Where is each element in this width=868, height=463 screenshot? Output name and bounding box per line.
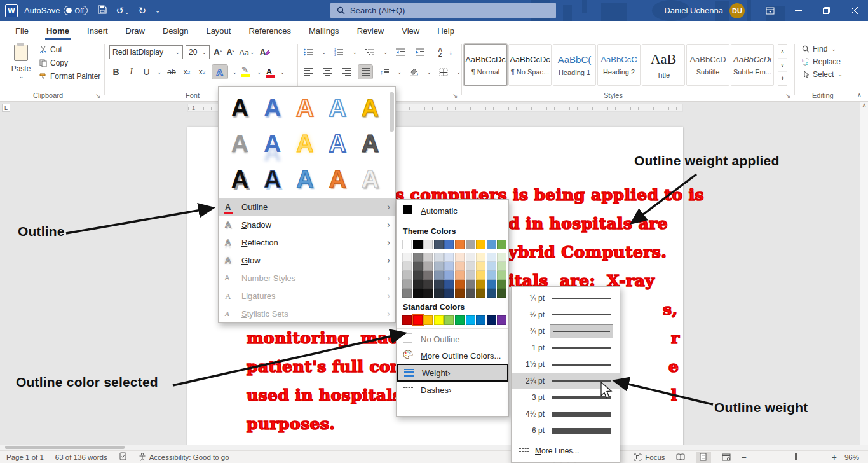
color-variant-swatch[interactable] [423,262,433,271]
shading-dropdown-icon[interactable]: ⌄ [427,69,432,75]
subscript-button[interactable]: x2 [182,67,193,76]
color-variant-swatch[interactable] [434,262,444,271]
numbering-dropdown-icon[interactable]: ⌄ [353,49,358,55]
color-variant-swatch[interactable] [466,253,475,262]
ribbon-tab[interactable]: Home [37,21,78,40]
standard-color-swatch[interactable] [476,315,485,325]
text-effect-swatch[interactable]: A [322,127,354,161]
color-variant-swatch[interactable] [466,271,475,280]
align-center-button[interactable] [320,65,334,79]
find-button[interactable]: Find⌄ [802,45,843,53]
standard-color-swatch[interactable] [402,315,412,325]
style-item[interactable]: AaBbCcDSubtitle [686,44,729,86]
color-variant-swatch[interactable] [413,253,423,262]
color-variant-swatch[interactable] [455,253,465,262]
paste-button[interactable]: Paste ⌄ [6,45,36,90]
color-swatch[interactable] [476,240,485,249]
weight-option[interactable]: 1½ pt [512,356,620,373]
color-variant-swatch[interactable] [476,289,485,298]
style-item[interactable]: AaBTitle [642,44,685,86]
numbered-list-button[interactable]: 123 [332,45,346,59]
align-left-button[interactable] [301,65,315,79]
color-swatch[interactable] [413,240,423,249]
color-variant-swatch[interactable] [497,271,506,280]
color-variant-swatch[interactable] [413,262,423,271]
sort-button[interactable]: AZ [433,45,447,59]
color-variant-swatch[interactable] [497,289,506,298]
underline-dropdown-icon[interactable]: ⌄ [157,69,162,75]
color-variant-swatch[interactable] [497,253,506,262]
standard-color-swatch[interactable] [487,315,496,325]
print-layout-button[interactable] [696,452,711,463]
gallery-scrollbar[interactable] [390,92,394,132]
color-variant-swatch[interactable] [497,262,506,271]
menu-item[interactable]: AShadow› [219,216,395,233]
line-spacing-button[interactable]: ↕ [377,65,391,79]
restore-button[interactable] [812,0,840,21]
menu-item[interactable]: ALigatures› [219,287,395,305]
menu-item[interactable]: ANumber Styles› [219,269,395,287]
color-variant-swatch[interactable] [434,280,444,289]
color-variant-swatch[interactable] [476,280,485,289]
vertical-scrollbar[interactable]: ∧ [860,102,868,450]
color-variant-swatch[interactable] [444,253,454,262]
standard-color-swatch[interactable] [434,315,444,325]
grow-font-button[interactable]: Aˆ [214,47,222,57]
page-count[interactable]: Page 1 of 1 [6,453,44,461]
undo-icon[interactable]: ↺⌄ [116,5,129,17]
color-variant-swatch[interactable] [423,253,433,262]
ribbon-tab[interactable]: Mailings [300,21,348,40]
color-variant-swatch[interactable] [455,262,465,271]
color-variant-swatch[interactable] [466,289,475,298]
color-variant-swatch[interactable] [476,253,485,262]
paste-dropdown-icon[interactable]: ⌄ [19,73,24,79]
word-count[interactable]: 63 of 136 words [55,453,107,461]
color-variant-swatch[interactable] [402,262,412,271]
tab-stop-selector[interactable]: L [2,104,10,112]
color-variant-swatch[interactable] [487,280,496,289]
color-variant-swatch[interactable] [413,280,423,289]
color-variant-swatch[interactable] [413,289,423,298]
color-variant-swatch[interactable] [444,262,454,271]
color-variant-swatch[interactable] [466,262,475,271]
accessibility-status[interactable]: Accessibility: Good to go [139,453,229,461]
ribbon-display-options-icon[interactable] [756,0,784,21]
text-effect-swatch[interactable]: A [224,127,256,161]
zoom-slider[interactable] [754,457,824,458]
weight-option[interactable]: 2¼ pt [512,373,620,389]
vertical-ruler[interactable] [3,116,9,440]
color-variant-swatch[interactable] [413,271,423,280]
avatar[interactable]: DU [729,3,745,18]
weight-option[interactable]: 1 pt [512,340,620,356]
styles-dialog-launcher-icon[interactable]: ↘ [785,92,790,99]
ribbon-tab[interactable]: Review [348,21,393,40]
bullet-list-button[interactable] [301,45,315,59]
clipboard-dialog-launcher-icon[interactable]: ↘ [95,92,100,99]
color-variant-swatch[interactable] [487,253,496,262]
autosave-control[interactable]: AutoSave Off [24,6,88,15]
text-effect-swatch[interactable]: A [224,162,256,197]
ribbon-tab[interactable]: Layout [197,21,240,40]
standard-color-swatch[interactable] [413,315,423,325]
text-highlight-button[interactable] [241,67,252,77]
color-variant-swatch[interactable] [402,271,412,280]
copy-button[interactable]: Copy [39,59,100,67]
color-variant-swatch[interactable] [455,289,465,298]
color-variant-swatch[interactable] [487,262,496,271]
line-spacing-dropdown-icon[interactable]: ⌄ [397,69,402,75]
ribbon-tab[interactable]: Help [428,21,463,40]
search-input[interactable]: Search (Alt+Q) [330,3,556,18]
ribbon-tab[interactable]: File [6,21,37,40]
read-mode-button[interactable] [673,452,688,463]
color-variant-swatch[interactable] [487,271,496,280]
clear-formatting-button[interactable]: A [260,47,271,57]
color-variant-swatch[interactable] [402,280,412,289]
style-item[interactable]: AaBbCcDiSubtle Em... [731,44,774,86]
paragraph-dialog-launcher-icon[interactable]: ↘ [452,92,458,99]
align-right-button[interactable] [339,65,353,79]
weight-item[interactable]: Weight › [397,364,508,382]
text-effect-swatch[interactable]: A [354,162,386,197]
color-variant-swatch[interactable] [476,262,485,271]
text-effect-swatch[interactable]: A [288,91,321,125]
zoom-out-button[interactable]: − [742,452,747,462]
